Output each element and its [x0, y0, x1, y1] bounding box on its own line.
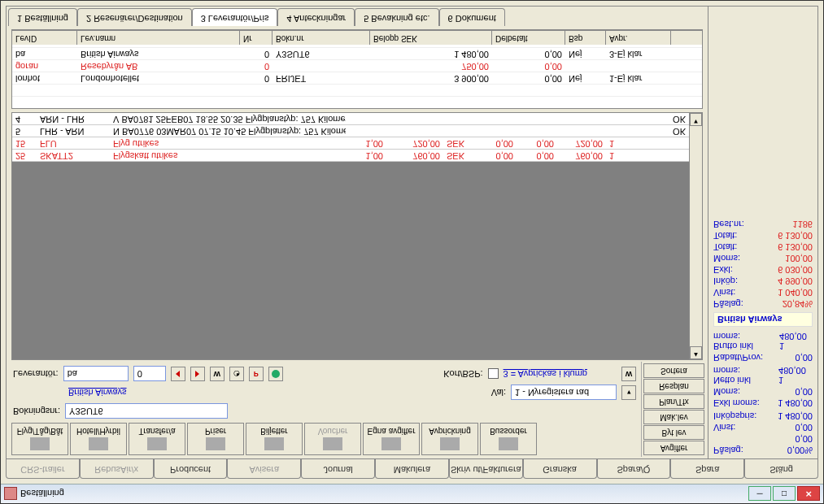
table-row — [12, 84, 702, 96]
summary-row: Exkl moms:1 480,00 — [713, 398, 813, 408]
side-button[interactable]: Avgifter — [643, 441, 704, 455]
bottom-tab[interactable]: 4 Anteckningar — [277, 8, 355, 26]
column-header[interactable]: Bokn.nr — [272, 31, 370, 45]
column-header[interactable]: Nr — [240, 31, 272, 45]
bottom-tab[interactable]: 3 Leverantör/Pris — [192, 8, 278, 26]
summary-row: Påslag:0,00% — [713, 445, 813, 455]
side-button[interactable]: Byt lev — [643, 425, 704, 440]
top-tab[interactable]: Skriv ut/Fakturera — [449, 459, 523, 479]
summary-row: Totalt:6 130,00 — [713, 242, 813, 252]
close-button[interactable]: ✕ — [797, 487, 820, 502]
val-label: Val: — [491, 388, 506, 398]
scrollbar[interactable]: ▲ ▼ — [689, 113, 702, 359]
tool-icon — [323, 438, 342, 451]
app-icon — [4, 488, 17, 501]
supplier-row[interactable]: lonhotLondonhotellet0FRIJET3 900,000,00N… — [12, 72, 702, 84]
bokningsnr-input[interactable] — [65, 404, 228, 419]
summary-pane: Påslag:0,00%0,00Vinst:0,00Inköpspris:1 4… — [708, 7, 817, 458]
suppliers-grid: lonhotLondonhotellet0FRIJET3 900,000,00N… — [11, 29, 703, 109]
side-button[interactable]: Sortera — [643, 363, 704, 378]
dot-icon[interactable] — [268, 367, 283, 381]
tool-button[interactable]: Hotell/Hyrbil — [70, 423, 127, 455]
summary-row: Exkl:6 030,00 — [713, 265, 813, 275]
bottom-tab[interactable]: 1 Beställning — [8, 8, 77, 26]
w-button-2[interactable]: W — [621, 367, 636, 381]
airline-link[interactable]: British Airways — [68, 388, 127, 398]
tool-icon — [499, 438, 518, 451]
summary-row: Rabatt/Prov:0,00 — [713, 353, 813, 363]
bottom-tab[interactable]: 6 Dokument — [439, 8, 505, 26]
top-tab: RebusAir/x — [80, 459, 154, 479]
top-tab-bar: CRS-trailerRebusAir/xProducentAviseraJou… — [6, 459, 818, 479]
summary-row: Moms:100,00 — [713, 254, 813, 263]
summary-row: Inköpspris:1 480,00 — [713, 411, 813, 421]
tool-button[interactable]: Biljetter — [246, 423, 303, 455]
prev-button[interactable] — [171, 367, 185, 381]
tool-button[interactable]: Transfer/a — [129, 423, 185, 455]
leverantor-input[interactable] — [63, 367, 129, 382]
val-input[interactable] — [511, 385, 617, 401]
p-button[interactable]: P — [249, 367, 264, 381]
tool-button[interactable]: Priser — [187, 423, 244, 455]
tool-button[interactable]: Avprickning — [421, 423, 478, 455]
summary-row: Vinst:0,00 — [713, 423, 813, 432]
tool-icon — [264, 438, 284, 451]
column-header[interactable]: Delbetalt — [492, 31, 565, 45]
column-header[interactable]: Belopp SEK — [370, 31, 492, 45]
number-input[interactable] — [133, 367, 166, 382]
segment-row[interactable]: 4ARN - LHRV BA0781 25FEB07 18.55 20.35 F… — [12, 113, 702, 125]
scroll-up-icon[interactable]: ▲ — [690, 346, 702, 359]
tool-icon — [440, 438, 460, 451]
tool-button[interactable]: Egna avgifter — [363, 423, 420, 455]
tool-icon — [206, 438, 225, 451]
summary-row: Netto inkl moms:1 480,00 — [713, 366, 813, 385]
w-button-1[interactable]: W — [210, 367, 225, 381]
summary-row: Totalt:6 130,00 — [713, 231, 813, 241]
top-tab[interactable]: Granska — [523, 459, 597, 479]
top-tab[interactable]: Journal — [301, 459, 375, 479]
scroll-down-icon[interactable]: ▼ — [690, 113, 702, 126]
tool-icon — [147, 438, 167, 451]
side-button[interactable]: Mak.lev — [643, 410, 704, 424]
summary-row: Vinst:1 040,00 — [713, 288, 813, 298]
maximize-button[interactable]: □ — [773, 487, 796, 502]
side-button[interactable]: Plan/Tfx — [643, 394, 704, 409]
summary-row: Moms:0,00 — [713, 387, 813, 397]
top-tab[interactable]: Stäng — [744, 459, 818, 479]
minimize-button[interactable]: ─ — [748, 487, 771, 502]
segment-row[interactable]: 25SKATT2Flygskatt utrikes1,00760,00SEK0,… — [12, 150, 702, 162]
summary-row: 0,00 — [713, 434, 813, 444]
val-dropdown-icon[interactable]: ▾ — [621, 385, 636, 400]
kort-label: Kort/BSP: — [443, 369, 482, 379]
top-tab[interactable]: Spara — [670, 459, 744, 479]
tool-icon — [30, 438, 50, 451]
supplier-row[interactable]: goranResebyrån AB0750,000,00 — [12, 59, 702, 72]
bottom-tab[interactable]: 5 Bevakning etc. — [355, 8, 438, 26]
tool-button[interactable]: Bussorder — [480, 423, 537, 455]
bottom-tab[interactable]: 2 Resenärer/Destination — [77, 8, 192, 26]
titlebar: Beställning ─ □ ✕ — [1, 484, 823, 503]
side-button[interactable]: Resplan — [643, 379, 704, 393]
clock-icon[interactable]: ◔ — [229, 367, 244, 381]
segments-grid: 25SKATT2Flygskatt utrikes1,00760,00SEK0,… — [11, 112, 703, 360]
kort-checkbox[interactable] — [488, 369, 499, 380]
kort-link[interactable]: 3 = Avprickas i klump — [504, 369, 587, 379]
bokningsnr-label: Bokningsnr: — [13, 406, 60, 416]
bottom-tabs: 1 Beställning2 Resenärer/Destination3 Le… — [8, 8, 706, 26]
segment-row[interactable]: 5LHR - ARNN BA0776 03MAR07 07.15 10.45 F… — [12, 125, 702, 137]
toolbar: Flyg/Tåg/BåtHotell/HyrbilTransfer/aPrise… — [8, 421, 641, 457]
column-header[interactable]: Avpr. — [606, 31, 671, 45]
column-header[interactable]: LevID — [12, 31, 77, 45]
top-tab[interactable]: Producent — [154, 459, 228, 479]
top-tab[interactable]: Spara/Q — [597, 459, 671, 479]
top-tab[interactable]: Makulera — [375, 459, 449, 479]
tool-button[interactable]: Flyg/Tåg/Båt — [11, 423, 68, 455]
column-header[interactable]: Lev.namn — [77, 31, 240, 45]
top-tab: CRS-trailer — [6, 459, 80, 479]
leverantor-label: Leverantör: — [13, 369, 59, 379]
column-header[interactable]: Bsp — [565, 31, 606, 45]
supplier-row[interactable]: baBritish Airways0Y3SUT61 480,000,00Nej3… — [12, 47, 702, 59]
next-button[interactable] — [190, 367, 205, 381]
summary-row: Brutto inkl moms:1 480,00 — [713, 332, 813, 351]
segment-row[interactable]: 15FLUFlyg utrikes1,00720,00SEK0,000,0072… — [12, 137, 702, 150]
